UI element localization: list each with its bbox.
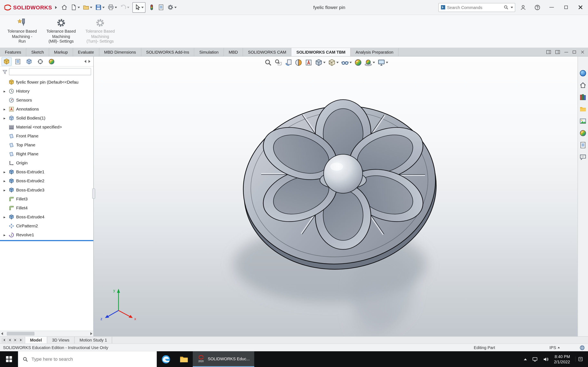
taskpane-forum-button[interactable] <box>579 152 587 161</box>
tab-evaluate[interactable]: Evaluate <box>73 48 99 56</box>
doc-close-button[interactable] <box>580 50 584 54</box>
save-button[interactable] <box>94 2 106 12</box>
new-document-button[interactable] <box>69 2 81 12</box>
display-style-button[interactable] <box>327 58 340 67</box>
new-document-caret-icon[interactable] <box>78 7 80 8</box>
taskpane-resources-button[interactable] <box>579 81 587 90</box>
search-commands-input[interactable] <box>447 5 502 9</box>
minimize-button[interactable] <box>545 2 558 13</box>
print-caret-icon[interactable] <box>115 7 117 8</box>
hide-show-items-button[interactable] <box>340 58 353 67</box>
doc-tab-3d-views[interactable]: 3D Views <box>47 337 75 343</box>
tree-item-boss-extrude4[interactable]: Boss-Extrude4 <box>0 212 93 221</box>
print-button[interactable] <box>106 2 118 12</box>
tab-solidworks-cam[interactable]: SOLIDWORKS CAM <box>243 48 292 56</box>
tree-item-revolve1[interactable]: Revolve1 <box>0 230 93 239</box>
taskpane-3dexperience-button[interactable] <box>579 68 587 77</box>
tab-simulation[interactable]: Simulation <box>194 48 224 56</box>
options-caret-icon[interactable] <box>174 7 177 8</box>
open-caret-icon[interactable] <box>90 7 92 8</box>
tree-root-item[interactable]: fyelic flower pin (Default<<Defau <box>0 77 93 86</box>
display-style-caret-icon[interactable] <box>337 62 339 63</box>
view-settings-button[interactable] <box>376 58 389 67</box>
taskbar-search-box[interactable] <box>18 351 157 367</box>
taskbar-clock[interactable]: 8:40 PM 2/1/2022 <box>554 354 570 365</box>
previous-view-button[interactable] <box>284 58 293 67</box>
tbm-mill-settings-button[interactable]: Tolerance Based Machining (Mill)- Settin… <box>42 17 80 47</box>
tab-solidworks-add-ins[interactable]: SOLIDWORKS Add-Ins <box>141 48 195 56</box>
taskpane-design-library-button[interactable] <box>579 92 587 101</box>
rollback-bar[interactable] <box>0 240 93 241</box>
edit-appearance-button[interactable] <box>353 58 363 67</box>
tree-item-sensors[interactable]: Sensors <box>0 95 93 104</box>
expander-icon[interactable] <box>2 215 7 219</box>
select-caret-icon[interactable] <box>141 7 144 8</box>
apply-scene-button[interactable] <box>363 58 376 67</box>
select-button[interactable] <box>132 2 145 12</box>
tab-solidworks-cam-tbm[interactable]: SOLIDWORKS CAM TBM <box>292 48 351 56</box>
restore-button[interactable] <box>559 2 572 13</box>
apply-scene-caret-icon[interactable] <box>373 62 375 63</box>
panel-tabs-left-arrow-icon[interactable] <box>84 60 86 63</box>
doc-restore-button[interactable] <box>573 50 576 54</box>
home-button[interactable] <box>60 2 69 12</box>
command-search-box[interactable] <box>438 3 515 12</box>
expander-icon[interactable] <box>2 170 7 174</box>
featuremanager-tree-tab[interactable] <box>1 57 12 66</box>
taskpane-appearances-button[interactable] <box>579 128 587 137</box>
file-explorer-taskbar-button[interactable] <box>175 351 193 367</box>
view-orientation-button[interactable] <box>314 58 327 67</box>
tree-item-history[interactable]: History <box>0 86 93 95</box>
help-button[interactable] <box>531 2 544 13</box>
tree-item-boss-extrude2[interactable]: Boss-Extrude2 <box>0 176 93 185</box>
file-properties-button[interactable] <box>157 2 165 12</box>
feature-filter-input[interactable] <box>9 68 91 75</box>
taskpane-file-explorer-button[interactable] <box>579 104 587 113</box>
scrollbar-thumb[interactable] <box>7 332 35 335</box>
tree-item-boss-extrude1[interactable]: Boss-Extrude1 <box>0 167 93 176</box>
open-button[interactable] <box>82 2 93 12</box>
network-icon[interactable] <box>532 356 538 362</box>
doc-minimize-button[interactable] <box>564 52 568 52</box>
tab-mbd[interactable]: MBD <box>224 48 243 56</box>
configurationmanager-tab[interactable] <box>24 57 34 66</box>
graphics-viewport[interactable]: y x z <box>94 57 577 336</box>
tree-item-annotations[interactable]: Annotations <box>0 104 93 113</box>
tree-item-origin[interactable]: Origin <box>0 158 93 167</box>
annotation-views-button[interactable] <box>304 58 314 67</box>
doc-tab-motion-study-1[interactable]: Motion Study 1 <box>75 337 112 343</box>
panel-splitter-grip[interactable] <box>92 188 95 199</box>
doc-nav-next-button[interactable] <box>13 338 17 342</box>
tbm-run-button[interactable]: Tolerance Based Machining - Run <box>3 17 41 47</box>
tree-item-cirpattern2[interactable]: CirPattern2 <box>0 221 93 230</box>
view-orientation-caret-icon[interactable] <box>323 62 325 63</box>
displaymanager-tab[interactable] <box>47 57 57 66</box>
tab-mbd-dimensions[interactable]: MBD Dimensions <box>99 48 141 56</box>
pane-split-left-button[interactable] <box>546 50 551 54</box>
save-caret-icon[interactable] <box>102 7 104 8</box>
taskpane-view-palette-button[interactable] <box>579 117 587 125</box>
scroll-left-arrow-icon[interactable] <box>1 332 3 335</box>
rebuild-button[interactable] <box>147 2 156 12</box>
doc-tab-model[interactable]: Model <box>25 337 47 343</box>
doc-nav-prev-button[interactable] <box>7 338 12 342</box>
tab-features[interactable]: Features <box>0 48 26 56</box>
close-button[interactable] <box>574 2 586 13</box>
tree-item-right-plane[interactable]: Right Plane <box>0 150 93 158</box>
expander-icon[interactable] <box>2 233 7 237</box>
expander-icon[interactable] <box>2 89 7 93</box>
tree-item-material[interactable]: Material <not specified> <box>0 123 93 132</box>
solidworks-taskbar-button[interactable]: 2020 SOLIDWORKS Educ... <box>193 351 254 367</box>
panel-tabs-right-arrow-icon[interactable] <box>88 60 90 63</box>
tree-horizontal-scrollbar[interactable] <box>0 331 93 336</box>
view-settings-caret-icon[interactable] <box>386 62 388 63</box>
flower-pin-model[interactable] <box>94 57 577 336</box>
hide-show-caret-icon[interactable] <box>350 62 352 63</box>
menu-flyout-arrow-icon[interactable] <box>55 6 57 9</box>
tree-item-boss-extrude3[interactable]: Boss-Extrude3 <box>0 185 93 194</box>
scroll-right-arrow-icon[interactable] <box>90 332 92 335</box>
tree-item-solid-bodies[interactable]: Solid Bodies(1) <box>0 114 93 123</box>
tree-item-top-plane[interactable]: Top Plane <box>0 141 93 150</box>
doc-nav-last-button[interactable] <box>18 338 23 342</box>
dimxpertmanager-tab[interactable] <box>35 57 45 66</box>
